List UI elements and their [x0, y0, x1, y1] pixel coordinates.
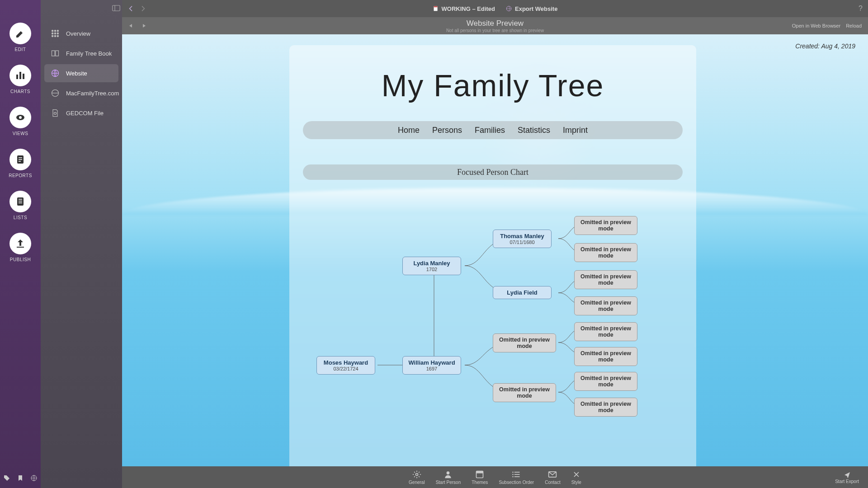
sidebar-book[interactable]: Family Tree Book [44, 44, 118, 62]
svg-rect-2 [23, 74, 24, 79]
bb-themes[interactable]: Themes [472, 470, 488, 485]
nav-forward-icon[interactable] [139, 5, 146, 12]
svg-rect-13 [17, 247, 24, 248]
focused-person-chart: Moses Hayward 03/22/1724 Lydia Manley 17… [303, 198, 683, 442]
sidebar-book-label: Family Tree Book [66, 50, 112, 57]
site-nav: Home Persons Families Statistics Imprint [303, 121, 683, 139]
svg-marker-32 [129, 24, 132, 28]
globe-icon [51, 69, 60, 78]
node-omitted: Omitted in preview mode [574, 243, 637, 262]
sidebar-mft[interactable]: MacFamilyTree.com [44, 84, 118, 102]
preview-toolbar: Website Preview Not all persons in your … [122, 17, 868, 34]
bb-style[interactable]: Style [571, 470, 581, 485]
svg-rect-0 [16, 75, 18, 79]
bottom-toolbar: General Start Person Themes Subsection O… [122, 466, 868, 488]
style-icon [572, 470, 581, 479]
rail-reports[interactable]: REPORTS [9, 149, 32, 178]
node-moses-hayward[interactable]: Moses Hayward 03/22/1724 [316, 356, 375, 375]
svg-point-36 [415, 473, 418, 475]
share-icon [842, 471, 852, 479]
export-website-button[interactable]: Export Website [506, 5, 557, 12]
book-icon [51, 49, 60, 58]
doc-icon [433, 5, 439, 12]
node-omitted: Omitted in preview mode [574, 322, 637, 341]
svg-point-15 [52, 30, 53, 32]
rail-lists[interactable]: LISTS [9, 191, 31, 220]
top-toolbar: WORKING – Edited Export Website ? [122, 0, 868, 17]
svg-point-37 [447, 471, 450, 474]
svg-point-23 [57, 35, 58, 37]
svg-rect-39 [476, 471, 483, 473]
rail-reports-label: REPORTS [9, 173, 32, 178]
nav-back-icon[interactable] [127, 5, 135, 12]
nav-persons[interactable]: Persons [432, 126, 462, 135]
website-preview: Created: Aug 4, 2019 My Family Tree Home… [122, 34, 868, 466]
svg-point-4 [19, 116, 22, 119]
svg-point-18 [52, 33, 53, 34]
bb-general[interactable]: General [409, 470, 425, 485]
reload-button[interactable]: Reload [846, 23, 862, 28]
node-thomas-manley[interactable]: Thomas Manley 07/11/1680 [493, 230, 552, 248]
file-icon [51, 108, 60, 117]
cloud-globe-icon [51, 89, 60, 98]
preview-title: Website Preview [446, 19, 544, 28]
node-omitted: Omitted in preview mode [493, 383, 556, 402]
tag-icon[interactable] [3, 474, 10, 482]
rail-edit[interactable]: EDIT [9, 23, 31, 52]
svg-marker-33 [143, 24, 146, 28]
nav-imprint[interactable]: Imprint [563, 126, 588, 135]
nav-home[interactable]: Home [398, 126, 420, 135]
svg-point-22 [54, 35, 56, 37]
node-omitted: Omitted in preview mode [574, 398, 637, 417]
sidebar-overview[interactable]: Overview [44, 24, 118, 42]
icon-rail: EDIT CHARTS VIEWS REPORTS LISTS PUBLISH [0, 0, 41, 488]
themes-icon [475, 470, 484, 479]
svg-rect-1 [19, 72, 21, 79]
grid-icon [51, 29, 60, 38]
svg-point-45 [513, 476, 514, 477]
sidebar-toggle-icon[interactable] [112, 5, 120, 13]
publish-sidebar: Overview Family Tree Book Website MacFam… [41, 0, 122, 488]
rail-publish-label: PUBLISH [10, 257, 31, 262]
history-back-icon[interactable] [128, 23, 133, 28]
nav-families[interactable]: Families [475, 126, 505, 135]
open-in-browser-button[interactable]: Open in Web Browser [792, 23, 840, 28]
rail-lists-label: LISTS [14, 215, 27, 220]
preview-subtitle: Not all persons in your tree are shown i… [446, 28, 544, 33]
help-button[interactable]: ? [859, 5, 863, 13]
node-omitted: Omitted in preview mode [574, 270, 637, 289]
site-card: My Family Tree Home Persons Families Sta… [289, 45, 696, 466]
history-forward-icon[interactable] [142, 23, 146, 28]
export-globe-icon [506, 5, 512, 12]
sidebar-website[interactable]: Website [44, 64, 118, 82]
sidebar-overview-label: Overview [66, 30, 90, 37]
list-icon [512, 470, 521, 479]
created-label: Created: Aug 4, 2019 [795, 42, 855, 50]
nav-statistics[interactable]: Statistics [518, 126, 550, 135]
document-title[interactable]: WORKING – Edited [433, 5, 495, 12]
sidebar-gedcom[interactable]: GEDCOM File [44, 104, 118, 122]
start-export-button[interactable]: Start Export [835, 471, 859, 484]
node-omitted: Omitted in preview mode [574, 216, 637, 235]
globe-settings-icon[interactable] [30, 474, 38, 482]
rail-charts[interactable]: CHARTS [9, 65, 31, 94]
node-lydia-field[interactable]: Lydia Field [493, 286, 552, 299]
bb-start-person[interactable]: Start Person [436, 470, 461, 485]
node-lydia-manley[interactable]: Lydia Manley 1702 [402, 257, 461, 275]
bb-subsection-order[interactable]: Subsection Order [499, 470, 534, 485]
rail-views[interactable]: VIEWS [9, 107, 31, 136]
svg-point-16 [54, 30, 56, 32]
svg-point-43 [513, 471, 514, 473]
rail-publish[interactable]: PUBLISH [9, 233, 31, 262]
svg-point-19 [54, 33, 56, 34]
bookmark-icon[interactable] [17, 474, 24, 482]
node-omitted: Omitted in preview mode [574, 347, 637, 366]
chart-title: Focused Person Chart [303, 164, 683, 180]
site-title: My Family Tree [303, 68, 683, 103]
svg-rect-9 [17, 197, 24, 206]
sidebar-website-label: Website [66, 70, 87, 77]
node-william-hayward[interactable]: William Hayward 1697 [402, 356, 461, 375]
sidebar-gedcom-label: GEDCOM File [66, 110, 104, 117]
bb-contact[interactable]: Contact [545, 470, 560, 485]
rail-charts-label: CHARTS [10, 89, 30, 94]
